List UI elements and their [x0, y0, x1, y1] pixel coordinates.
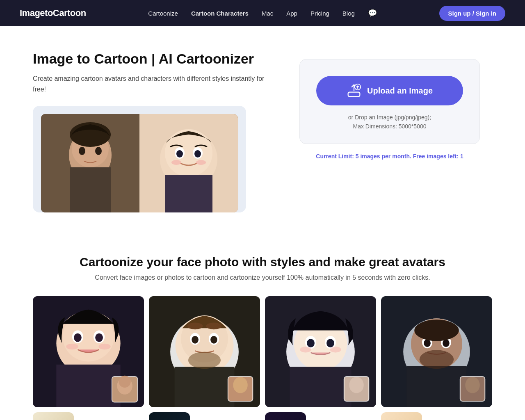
limit-info: Current Limit: 5 images per month. Free …	[316, 153, 463, 160]
hero-section: Image to Cartoon | AI Cartoonizer Create…	[0, 26, 525, 231]
avatar-card[interactable]	[381, 412, 422, 420]
hero-title: Image to Cartoon | AI Cartoonizer	[33, 51, 271, 67]
avatar-card[interactable]	[381, 296, 492, 407]
svg-point-13	[176, 150, 183, 158]
avatar-illustration	[33, 296, 144, 407]
svg-point-25	[74, 333, 82, 342]
before-illustration	[41, 114, 139, 212]
avatar-inner	[149, 296, 260, 407]
svg-point-57	[349, 377, 363, 393]
svg-point-16	[196, 160, 206, 165]
navbar: ImagetoCartoon Cartoonize Cartoon Charac…	[0, 0, 525, 26]
upload-area: Upload an Image or Drop an Image (jpg/pn…	[299, 59, 480, 144]
avatar-inner	[265, 296, 376, 407]
svg-point-9	[165, 129, 212, 177]
avatar-card[interactable]	[149, 296, 260, 407]
after-illustration	[139, 114, 238, 212]
avatar-illustration	[381, 412, 422, 420]
chat-icon[interactable]: 💬	[368, 9, 377, 18]
avatar-illustration	[149, 412, 190, 420]
svg-point-43	[188, 352, 221, 369]
hero-left: Image to Cartoon | AI Cartoonizer Create…	[33, 51, 271, 214]
avatar-inner	[33, 296, 144, 407]
nav-mac[interactable]: Mac	[262, 10, 273, 17]
section-title: Cartoonize your face photo with styles a…	[33, 255, 492, 269]
svg-point-27	[66, 344, 78, 350]
avatar-inner	[381, 296, 492, 407]
svg-point-28	[99, 344, 111, 350]
svg-point-26	[95, 333, 103, 342]
svg-point-54	[300, 347, 311, 353]
svg-point-52	[307, 339, 315, 347]
svg-point-55	[330, 347, 341, 353]
svg-rect-17	[348, 92, 360, 97]
drop-hint: or Drop an Image (jpg/png/jpeg); Max Dim…	[348, 113, 431, 131]
avatar-card[interactable]	[265, 412, 306, 420]
svg-point-14	[194, 150, 201, 158]
svg-rect-61	[407, 366, 467, 407]
svg-point-40	[210, 336, 217, 344]
svg-point-5	[95, 147, 102, 155]
hero-right: Upload an Image or Drop an Image (jpg/pn…	[287, 51, 492, 160]
avatar-card[interactable]	[33, 412, 74, 420]
svg-point-42	[206, 323, 222, 330]
avatar-illustration	[265, 412, 306, 420]
nav-logo[interactable]: ImagetoCartoon	[20, 8, 86, 18]
nav-app[interactable]: App	[286, 10, 297, 17]
hero-description: Create amazing cartoon avatars and chara…	[33, 73, 271, 94]
svg-point-69	[465, 377, 479, 393]
svg-point-41	[187, 323, 203, 330]
avatar-card[interactable]	[149, 412, 190, 420]
avatar-grid-row2	[33, 412, 492, 420]
avatars-section: Cartoonize your face photo with styles a…	[0, 231, 525, 420]
svg-point-31	[119, 376, 131, 388]
avatar-illustration	[149, 296, 260, 407]
nav-pricing[interactable]: Pricing	[310, 10, 329, 17]
svg-rect-3	[70, 167, 111, 212]
svg-point-39	[192, 336, 199, 344]
svg-rect-10	[165, 175, 212, 212]
upload-icon	[347, 83, 361, 98]
svg-rect-22	[56, 365, 120, 407]
avatar-illustration	[265, 296, 376, 407]
nav-blog[interactable]: Blog	[342, 10, 355, 17]
svg-point-15	[171, 160, 181, 165]
nav-cartoonize[interactable]: Cartoonize	[148, 10, 178, 17]
avatar-card[interactable]	[265, 296, 376, 407]
nav-cartoon-characters[interactable]: Cartoon Characters	[191, 10, 249, 17]
svg-point-4	[79, 147, 85, 155]
svg-point-45	[233, 377, 247, 393]
before-image	[41, 114, 139, 212]
avatar-illustration	[33, 412, 74, 420]
upload-button[interactable]: Upload an Image	[316, 76, 463, 105]
comparison-images	[41, 114, 238, 212]
hero-image-comparison	[33, 106, 246, 212]
svg-point-67	[420, 350, 454, 369]
svg-point-66	[414, 320, 459, 341]
avatar-illustration	[381, 296, 492, 407]
svg-rect-36	[175, 367, 235, 407]
after-image	[139, 114, 238, 212]
avatar-grid	[33, 296, 492, 407]
svg-point-53	[326, 339, 334, 347]
upload-button-label: Upload an Image	[367, 86, 433, 96]
section-description: Convert face images or photos to cartoon…	[33, 274, 492, 281]
svg-rect-49	[290, 367, 351, 407]
nav-links: Cartoonize Cartoon Characters Mac App Pr…	[148, 9, 377, 18]
avatar-card[interactable]	[33, 296, 144, 407]
signup-button[interactable]: Sign up / Sign in	[439, 6, 506, 21]
